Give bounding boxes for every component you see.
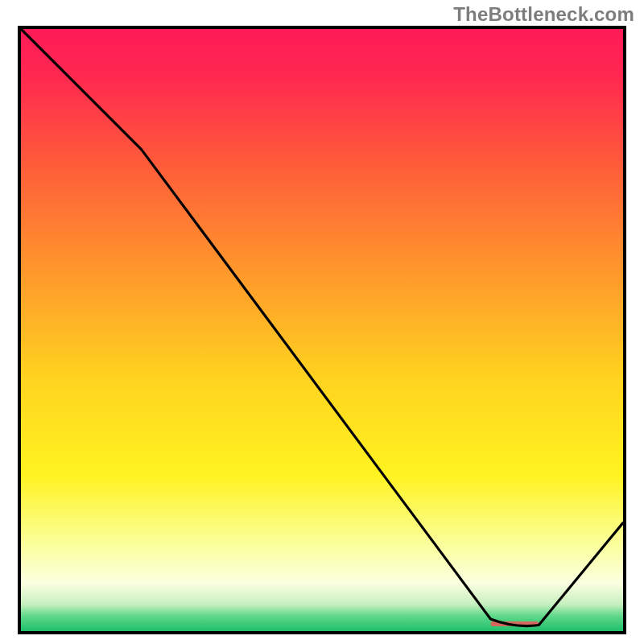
chart-svg [21, 29, 623, 631]
plot-area [18, 26, 626, 634]
chart-frame: TheBottleneck.com [0, 0, 644, 644]
watermark-label: TheBottleneck.com [453, 3, 634, 26]
